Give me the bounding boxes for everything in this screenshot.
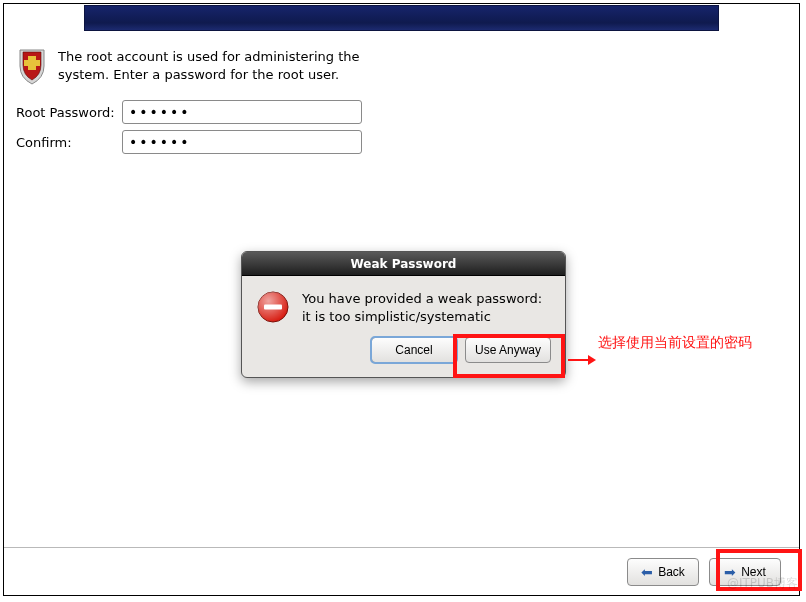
- intro-text: The root account is used for administeri…: [58, 48, 388, 83]
- next-button-label: Next: [741, 565, 766, 579]
- cancel-button[interactable]: Cancel: [371, 337, 457, 363]
- dialog-message: You have provided a weak password: it is…: [302, 290, 551, 325]
- arrow-left-icon: ⬅: [641, 565, 653, 579]
- content-area: The root account is used for administeri…: [16, 48, 787, 154]
- root-password-row: Root Password:: [16, 100, 787, 124]
- confirm-password-input[interactable]: [122, 130, 362, 154]
- annotation-text: 选择使用当前设置的密码: [598, 334, 752, 352]
- dialog-button-row: Cancel Use Anyway: [242, 329, 565, 377]
- weak-password-dialog: Weak Password You have provided a weak p…: [241, 251, 566, 378]
- confirm-password-row: Confirm:: [16, 130, 787, 154]
- installer-window: The root account is used for administeri…: [3, 3, 800, 596]
- error-icon: [256, 290, 290, 324]
- use-anyway-button[interactable]: Use Anyway: [465, 337, 551, 363]
- dialog-body: You have provided a weak password: it is…: [242, 276, 565, 329]
- arrow-right-icon: ➡: [724, 565, 736, 579]
- footer-bar: ⬅ Back ➡ Next: [4, 547, 799, 595]
- svg-rect-4: [264, 305, 282, 310]
- use-anyway-button-label: Use Anyway: [475, 343, 541, 357]
- intro-row: The root account is used for administeri…: [16, 48, 787, 86]
- svg-marker-6: [588, 355, 596, 365]
- shield-icon: [16, 48, 48, 86]
- back-button[interactable]: ⬅ Back: [627, 558, 699, 586]
- cancel-button-label: Cancel: [395, 343, 432, 357]
- next-button[interactable]: ➡ Next: [709, 558, 781, 586]
- svg-rect-1: [24, 60, 40, 66]
- confirm-password-label: Confirm:: [16, 135, 116, 150]
- root-password-input[interactable]: [122, 100, 362, 124]
- root-password-label: Root Password:: [16, 105, 116, 120]
- back-button-label: Back: [658, 565, 685, 579]
- header-banner: [84, 5, 719, 31]
- dialog-title: Weak Password: [242, 252, 565, 276]
- annotation-arrow-icon: [568, 352, 596, 371]
